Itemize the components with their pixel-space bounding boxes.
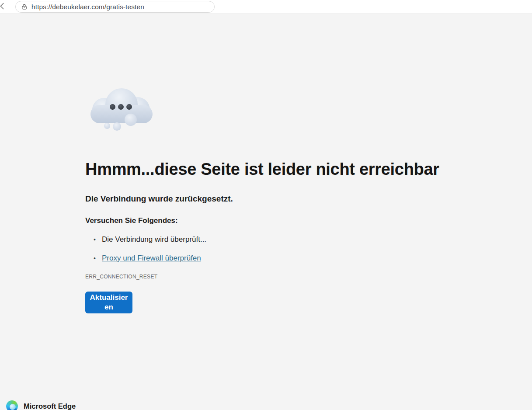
list-item: Proxy und Firewall überprüfen: [94, 254, 206, 263]
cloud-drop-medium: [113, 122, 121, 131]
error-message: Die Verbindung wurde zurückgesetzt.: [85, 194, 233, 204]
cloud-dot: [126, 104, 132, 110]
microsoft-edge-logo-icon: [6, 400, 18, 410]
cloud-dot: [110, 104, 115, 110]
url-text: https://debeukelaer.com/gratis-testen: [31, 3, 144, 11]
suggestions-list: Die Verbindung wird überprüft... Proxy u…: [94, 235, 206, 273]
list-item: Die Verbindung wird überprüft...: [94, 235, 206, 244]
lock-icon: [21, 3, 28, 10]
chevron-left-icon: [0, 1, 7, 13]
browser-footer-brand: Microsoft Edge: [6, 400, 76, 410]
address-bar[interactable]: https://debeukelaer.com/gratis-testen: [15, 1, 215, 13]
refresh-button[interactable]: Aktualisieren: [85, 292, 132, 313]
back-button[interactable]: [0, 1, 8, 13]
suggestions-heading: Versuchen Sie Folgendes:: [85, 216, 178, 225]
error-code: ERR_CONNECTION_RESET: [85, 274, 157, 280]
browser-toolbar: https://debeukelaer.com/gratis-testen: [0, 0, 532, 14]
proxy-firewall-link[interactable]: Proxy und Firewall überprüfen: [102, 254, 201, 262]
suggestion-text: Die Verbindung wird überprüft...: [102, 235, 206, 243]
cloud-with-dots-icon: [90, 86, 155, 134]
cloud-drop-small: [104, 123, 110, 129]
cloud-dot: [118, 104, 124, 110]
footer-brand-label: Microsoft Edge: [24, 402, 76, 410]
page-title: Hmmm...diese Seite ist leider nicht erre…: [85, 160, 479, 179]
cloud-drop-large: [125, 114, 137, 126]
browser-window: https://debeukelaer.com/gratis-testen Hm…: [0, 0, 532, 410]
